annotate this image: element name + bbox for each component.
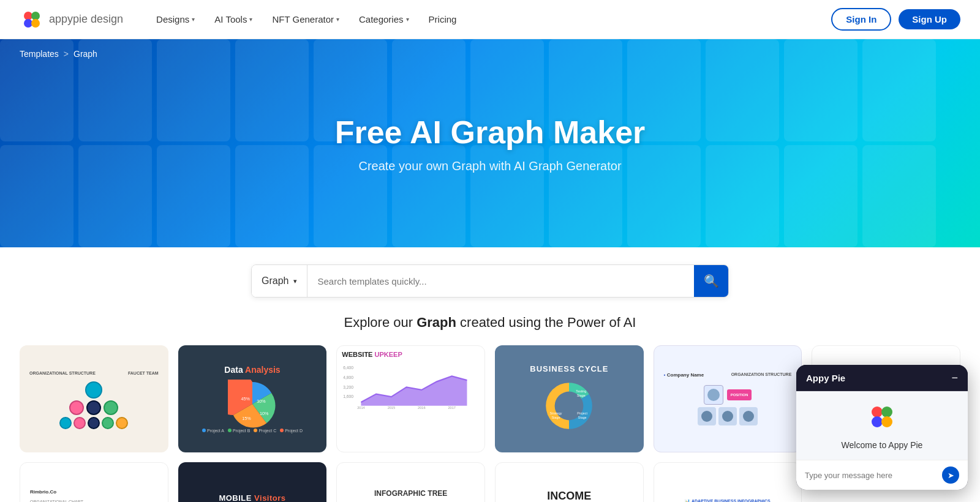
hero-title: Free AI Graph Maker	[335, 114, 646, 151]
svg-point-23	[872, 406, 883, 418]
pie-legend: Project A Project B Project C Project D	[202, 429, 303, 433]
breadcrumb: Templates > Graph	[20, 49, 97, 59]
template-card-website-upkeep[interactable]: WEBSITE UPKEEP 6,400 4,800 3,200 1,600 2…	[336, 345, 485, 452]
business-card-inner: BUSINESS CYCLE Testing Stage Project Sta…	[495, 345, 644, 452]
logo-text: appypie design	[49, 13, 123, 26]
chevron-down-icon: ▾	[249, 16, 252, 23]
adaptive-card-inner: 📊 ADAPTIVE BUSINESS INFOGRAPHICS 👤 👤 👤	[654, 463, 802, 502]
nav-item-pricing[interactable]: Pricing	[420, 9, 466, 29]
template-card-data-analysis[interactable]: Data Analysis 30% 10% 15% 45%	[178, 345, 327, 452]
mobile-card-inner: MOBILE Visitors	[178, 462, 327, 502]
business-title: BUSINESS CYCLE	[530, 364, 608, 373]
svg-text:Stage: Stage	[577, 394, 586, 397]
template-card-income-analysis[interactable]: INCOME ANALYSIS	[495, 462, 644, 502]
svg-text:Testing: Testing	[576, 389, 587, 393]
svg-text:2015: 2015	[388, 406, 395, 410]
svg-text:3,200: 3,200	[344, 385, 354, 389]
nav-actions: Sign In Sign Up	[831, 8, 960, 31]
nav-links: Designs ▾ AI Tools ▾ NFT Generator ▾ Cat…	[148, 9, 831, 29]
svg-text:2014: 2014	[358, 406, 365, 410]
breadcrumb-templates[interactable]: Templates	[20, 49, 59, 59]
website-card-inner: WEBSITE UPKEEP 6,400 4,800 3,200 1,600 2…	[337, 346, 484, 452]
org-card-inner: ORGANIZATIONAL STRUCTUREFAUCET TEAM	[20, 345, 168, 452]
chevron-down-icon: ▾	[293, 277, 297, 285]
data-title: Data Analysis	[224, 365, 280, 375]
search-category-label: Graph	[262, 275, 288, 287]
chat-header-title: Appy Pie	[806, 373, 845, 383]
svg-point-24	[881, 406, 892, 418]
income-title: INCOME	[547, 490, 591, 502]
svg-text:6,400: 6,400	[344, 365, 354, 370]
svg-point-1	[31, 12, 40, 20]
svg-text:Stage: Stage	[578, 416, 587, 419]
svg-text:45%: 45%	[241, 395, 251, 401]
signin-button[interactable]: Sign In	[831, 8, 891, 31]
infographic-card-inner: INFOGRAPHIC TREE 01 05 02 04 03	[337, 463, 484, 502]
chevron-down-icon: ▾	[336, 16, 339, 23]
chevron-down-icon: ▾	[406, 16, 409, 23]
hero-content: Free AI Graph Maker Create your own Grap…	[335, 114, 646, 173]
svg-text:2016: 2016	[418, 406, 425, 410]
infographic-title: INFOGRAPHIC TREE	[374, 489, 447, 498]
svg-point-26	[881, 416, 892, 427]
template-card-adaptive-business[interactable]: 📊 ADAPTIVE BUSINESS INFOGRAPHICS 👤 👤 👤	[654, 462, 802, 502]
navbar: appypie design Designs ▾ AI Tools ▾ NFT …	[0, 0, 980, 39]
chat-welcome-text: Welcome to Appy Pie	[842, 440, 923, 450]
svg-text:15%: 15%	[242, 415, 251, 421]
logo[interactable]: appypie design	[20, 7, 123, 32]
svg-point-2	[24, 19, 32, 28]
nav-item-categories[interactable]: Categories ▾	[350, 9, 418, 29]
explore-bold: Graph	[417, 315, 456, 330]
chevron-down-icon: ▾	[192, 16, 195, 23]
svg-text:Stage: Stage	[552, 416, 560, 419]
search-icon: 🔍	[704, 274, 719, 288]
svg-text:30%: 30%	[257, 399, 266, 404]
template-card-org-struct-2[interactable]: ▪ Company Name ORGANIZATION STRUCTURE PO…	[654, 345, 802, 452]
donut-chart: Testing Stage Project Stage Strategy Sta…	[541, 378, 597, 433]
svg-point-0	[24, 12, 32, 20]
svg-text:1,600: 1,600	[344, 394, 354, 399]
search-bar: Graph ▾ 🔍	[251, 264, 729, 298]
income-card-inner: INCOME ANALYSIS	[496, 463, 643, 502]
svg-text:10%: 10%	[260, 410, 269, 416]
search-button[interactable]: 🔍	[694, 265, 728, 297]
template-card-mobile-visitors[interactable]: MOBILE Visitors	[178, 462, 327, 502]
chat-logo-icon	[866, 401, 898, 433]
send-icon: ➤	[948, 471, 954, 480]
chat-input-area: ➤	[796, 460, 968, 490]
hero-subtitle: Create your own Graph with AI Graph Gene…	[335, 159, 646, 173]
breadcrumb-current: Graph	[74, 49, 97, 59]
area-chart: 6,400 4,800 3,200 1,600 2014 2015 2016 2…	[342, 361, 480, 410]
mobile-title: MOBILE Visitors	[219, 493, 285, 502]
template-card-business-cycle[interactable]: BUSINESS CYCLE Testing Stage Project Sta…	[495, 345, 644, 452]
pie-chart: 30% 10% 15% 45%	[228, 380, 277, 429]
search-container: Graph ▾ 🔍	[0, 247, 980, 309]
svg-text:2017: 2017	[448, 406, 456, 410]
template-card-rimbrio[interactable]: Rimbrio.Co ORGANIZATIONAL CHART	[20, 462, 168, 502]
template-card-infographic-tree[interactable]: INFOGRAPHIC TREE 01 05 02 04 03	[336, 462, 485, 502]
orgstruct-card-inner: ▪ Company Name ORGANIZATION STRUCTURE PO…	[654, 346, 802, 452]
search-input[interactable]	[307, 265, 694, 297]
svg-text:Project: Project	[578, 411, 588, 415]
svg-point-25	[872, 416, 883, 427]
chat-send-button[interactable]: ➤	[942, 466, 959, 484]
svg-point-3	[31, 19, 40, 28]
nav-item-designs[interactable]: Designs ▾	[148, 9, 203, 29]
chat-body: Welcome to Appy Pie	[796, 391, 968, 460]
chat-minimize-button[interactable]: −	[951, 372, 958, 383]
svg-text:Strategy: Strategy	[550, 411, 562, 415]
website-title: WEBSITE UPKEEP	[342, 351, 480, 358]
chat-widget: Appy Pie − Welcome to Appy Pie ➤	[796, 365, 968, 490]
chat-header: Appy Pie −	[796, 365, 968, 391]
chat-input[interactable]	[805, 471, 937, 480]
hero-section: Templates > Graph Free AI Graph Maker Cr…	[0, 39, 980, 247]
svg-text:4,800: 4,800	[344, 375, 354, 380]
nav-item-ai-tools[interactable]: AI Tools ▾	[206, 9, 261, 29]
data-card-inner: Data Analysis 30% 10% 15% 45%	[178, 345, 327, 452]
signup-button[interactable]: Sign Up	[899, 9, 960, 29]
nav-item-nft-generator[interactable]: NFT Generator ▾	[263, 9, 348, 29]
search-category-select[interactable]: Graph ▾	[252, 265, 307, 297]
logo-icon	[20, 7, 44, 32]
explore-title: Explore our Graph created using the Powe…	[20, 315, 960, 331]
template-card-org-structure[interactable]: ORGANIZATIONAL STRUCTUREFAUCET TEAM	[20, 345, 168, 452]
